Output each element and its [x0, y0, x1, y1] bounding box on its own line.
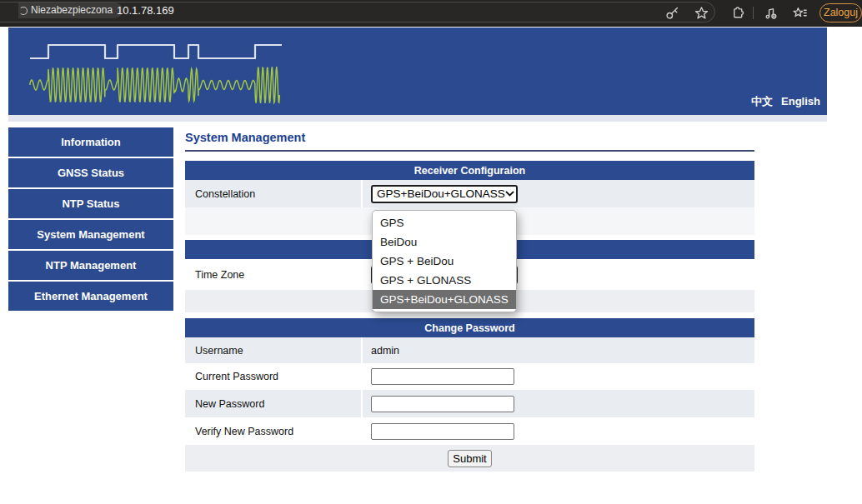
- sidebar-item-information[interactable]: Information: [8, 127, 173, 157]
- constellation-select[interactable]: GPS+BeiDou+GLONASS: [371, 185, 518, 203]
- submit-button[interactable]: Submit: [448, 450, 491, 467]
- username-value: admin: [363, 337, 754, 363]
- sidebar-item-ntp-management[interactable]: NTP Management: [8, 251, 173, 280]
- sidebar-item-ntp-status[interactable]: NTP Status: [8, 189, 173, 218]
- dropdown-option-beidou[interactable]: BeiDou: [373, 232, 516, 252]
- password-key-icon[interactable]: [665, 6, 679, 20]
- url-text[interactable]: 10.1.78.169: [117, 0, 174, 21]
- verify-password-label: Verify New Password: [185, 417, 363, 445]
- constellation-label: Constellation: [185, 180, 363, 207]
- constellation-dropdown-list: GPS BeiDou GPS + BeiDou GPS + GLONASS GP…: [372, 210, 517, 312]
- username-label: Username: [185, 337, 363, 363]
- new-password-label: New Password: [185, 390, 363, 417]
- lang-chinese-link[interactable]: 中文: [751, 95, 773, 107]
- carrier-wave: [30, 67, 279, 103]
- timezone-label: Time Zone: [185, 259, 363, 290]
- new-password-input[interactable]: [371, 396, 514, 412]
- change-password-header: Change Password: [185, 318, 754, 337]
- signal-waveform-logo: [23, 35, 282, 108]
- site-header: 中文English: [8, 27, 827, 115]
- chevron-down-icon: [505, 191, 514, 197]
- sidebar-item-ethernet-management[interactable]: Ethernet Management: [8, 282, 173, 311]
- extensions-puzzle-icon[interactable]: [731, 6, 745, 20]
- constellation-row: Constellation GPS+BeiDou+GLONASS: [185, 180, 754, 207]
- receiver-configuration-header: Receiver Configuraion: [185, 161, 754, 180]
- dropdown-option-gps-glonass[interactable]: GPS + GLONASS: [373, 271, 516, 290]
- password-submit-row: Submit: [185, 445, 754, 472]
- media-note-icon[interactable]: [764, 6, 778, 20]
- current-password-row: Current Password: [185, 363, 754, 390]
- sidebar-nav: Information GNSS Status NTP Status Syste…: [8, 127, 173, 312]
- header-divider-strip: [8, 115, 827, 122]
- page-title: System Management: [185, 131, 754, 150]
- current-password-label: Current Password: [185, 363, 363, 390]
- dropdown-option-gps[interactable]: GPS: [373, 213, 516, 232]
- sidebar-item-system-management[interactable]: System Management: [8, 220, 173, 249]
- username-row: Username admin: [185, 337, 754, 363]
- security-chip[interactable]: Niezabezpieczona: [18, 2, 123, 18]
- security-chip-label: Niezabezpieczona: [31, 4, 113, 16]
- lang-english-link[interactable]: English: [781, 95, 820, 107]
- web-page: 中文English Information GNSS Status NTP St…: [0, 26, 862, 504]
- language-switcher: 中文English: [751, 94, 820, 109]
- new-password-row: New Password: [185, 390, 754, 417]
- dropdown-option-gps-beidou[interactable]: GPS + BeiDou: [373, 252, 516, 271]
- bookmark-star-icon[interactable]: [694, 6, 709, 20]
- square-wave: [30, 45, 282, 58]
- browser-toolbar: Niezabezpieczona 10.1.78.169 Zaloguj: [0, 0, 862, 27]
- current-password-input[interactable]: [371, 368, 514, 385]
- title-rule: [185, 150, 754, 152]
- not-secure-icon: [19, 7, 28, 15]
- constellation-select-value: GPS+BeiDou+GLONASS: [377, 187, 505, 200]
- toolbar-separator: [753, 7, 754, 19]
- dropdown-option-gps-beidou-glonass[interactable]: GPS+BeiDou+GLONASS: [373, 290, 516, 309]
- sidebar-item-gnss-status[interactable]: GNSS Status: [8, 158, 173, 187]
- collections-star-icon[interactable]: [793, 6, 807, 20]
- sign-in-button[interactable]: Zaloguj: [819, 3, 862, 22]
- verify-password-input[interactable]: [371, 423, 514, 440]
- verify-password-row: Verify New Password: [185, 417, 754, 445]
